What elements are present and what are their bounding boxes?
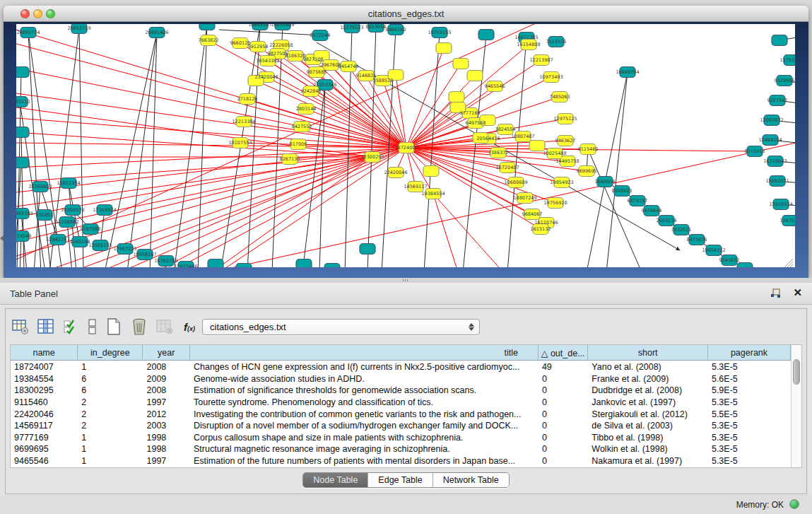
table-cell[interactable]: 0 <box>539 385 588 395</box>
create-table-icon[interactable] <box>103 316 124 337</box>
column-visibility-icon[interactable] <box>35 316 57 337</box>
table-settings-icon[interactable] <box>10 316 31 337</box>
table-cell[interactable]: 0 <box>539 409 588 419</box>
table-cell[interactable]: 1997 <box>143 397 190 407</box>
table-cell[interactable]: Yano et al. (2008) <box>588 362 708 372</box>
table-row[interactable]: 1938455462009Genome-wide association stu… <box>11 373 791 385</box>
hide-rows-icon[interactable] <box>86 316 99 337</box>
table-cell[interactable]: Genome-wide association studies in ADHD. <box>190 374 539 384</box>
table-cell[interactable]: 2 <box>78 397 143 407</box>
network-canvas[interactable]: 2405572420853719206914061065528716033809… <box>16 24 795 267</box>
table-cell[interactable]: 5.3E-5 <box>708 421 791 431</box>
table-cell[interactable]: 2009 <box>143 374 190 384</box>
table-cell[interactable]: 9465546 <box>11 456 78 466</box>
column-header-out_de[interactable]: △ out_de... <box>539 345 588 361</box>
table-cell[interactable]: 1997 <box>143 456 190 466</box>
table-cell[interactable]: 0 <box>539 374 588 384</box>
row-selection-icon[interactable] <box>61 316 82 337</box>
table-cell[interactable]: 0 <box>539 456 588 466</box>
table-row[interactable]: 1872400712008Changes of HCN gene express… <box>11 361 791 373</box>
table-cell[interactable]: 5.3E-5 <box>708 444 791 454</box>
table-cell[interactable]: 2 <box>78 421 143 431</box>
table-cell[interactable]: 5.6E-5 <box>708 374 791 384</box>
table-cell[interactable]: 2008 <box>143 362 190 372</box>
table-cell[interactable]: Stergiakouli et al. (2012) <box>588 409 708 419</box>
table-cell[interactable]: 9699695 <box>11 444 78 454</box>
table-cell[interactable]: Changes of HCN gene expression and I(f) … <box>190 362 539 372</box>
scrollbar-thumb[interactable] <box>793 359 800 385</box>
table-cell[interactable]: 1 <box>78 433 143 443</box>
collapse-panel-arrow-icon[interactable] <box>0 235 4 241</box>
table-cell[interactable]: Tibbo et al. (1998) <box>588 433 708 443</box>
table-cell[interactable]: 18724007 <box>11 362 78 372</box>
table-cell[interactable]: 1 <box>78 456 143 466</box>
function-builder-icon[interactable]: f(x) <box>184 321 195 333</box>
table-cell[interactable]: 0 <box>539 421 588 431</box>
table-row[interactable]: 946554611997Estimation of the future num… <box>11 455 791 467</box>
table-cell[interactable]: Corpus callosum shape and size in male p… <box>190 433 539 443</box>
table-row[interactable]: 969969511998Structural magnetic resonanc… <box>11 443 791 455</box>
window-titlebar[interactable]: citations_edges.txt <box>4 6 808 22</box>
table-cell[interactable]: Franke et al. (2009) <box>588 374 708 384</box>
table-cell[interactable]: 1 <box>78 362 143 372</box>
delete-table-icon[interactable] <box>129 316 150 337</box>
column-header-in_degree[interactable]: in_degree <box>78 345 143 361</box>
memory-status-indicator[interactable] <box>789 499 799 509</box>
table-row[interactable]: 2242004622012Investigating the contribut… <box>11 408 791 420</box>
table-cell[interactable]: de Silva et al. (2003) <box>588 421 708 431</box>
table-cell[interactable]: 49 <box>539 362 588 372</box>
table-cell[interactable]: 2003 <box>143 421 190 431</box>
table-cell[interactable]: Estimation of the future numbers of pati… <box>190 456 539 466</box>
combobox-stepper-icon[interactable] <box>466 323 479 331</box>
table-cell[interactable]: 1998 <box>143 444 190 454</box>
table-cell[interactable]: 5.3E-5 <box>708 397 791 407</box>
table-cell[interactable]: 9777169 <box>11 433 78 443</box>
table-cell[interactable]: Disruption of a novel member of a sodium… <box>190 421 539 431</box>
table-cell[interactable]: 18300295 <box>11 385 78 395</box>
table-cell[interactable]: 0 <box>539 397 588 407</box>
table-cell[interactable]: 5.3E-5 <box>708 456 791 466</box>
column-header-pagerank[interactable]: pagerank <box>708 345 791 361</box>
table-cell[interactable]: 2008 <box>143 385 190 395</box>
tab-node-table[interactable]: Node Table <box>303 473 368 487</box>
table-cell[interactable]: 5.5E-5 <box>708 409 791 419</box>
table-header-row[interactable]: namein_degreeyeartitle△ out_de...shortpa… <box>11 345 791 361</box>
table-cell[interactable]: 2 <box>78 409 143 419</box>
table-row[interactable]: 911546021997Tourette syndrome. Phenomeno… <box>11 397 791 409</box>
table-vertical-scrollbar[interactable] <box>791 345 801 467</box>
table-cell[interactable]: 0 <box>539 444 588 454</box>
table-cell[interactable]: Tourette syndrome. Phenomenology and cla… <box>190 397 539 407</box>
table-row[interactable]: 1456911722003Disruption of a novel membe… <box>11 420 791 432</box>
table-cell[interactable]: Investigating the contribution of common… <box>190 409 539 419</box>
table-row[interactable]: 1830029562008Estimation of significance … <box>11 385 791 397</box>
tab-edge-table[interactable]: Edge Table <box>368 473 433 487</box>
column-header-year[interactable]: year <box>143 345 189 361</box>
table-cell[interactable]: Structural magnetic resonance image aver… <box>190 444 539 454</box>
table-row[interactable]: 977716911998Corpus callosum shape and si… <box>11 432 791 444</box>
close-panel-icon[interactable]: ✕ <box>793 286 802 299</box>
float-panel-icon[interactable] <box>770 288 781 298</box>
table-cell[interactable]: 19384554 <box>11 374 78 384</box>
table-cell[interactable]: 22420046 <box>11 409 78 419</box>
table-cell[interactable]: 5.3E-5 <box>708 433 791 443</box>
table-cell[interactable]: 14569117 <box>11 421 78 431</box>
table-select-combobox[interactable]: citations_edges.txt <box>202 319 480 335</box>
table-cell[interactable]: 2012 <box>143 409 190 419</box>
divider-grip-icon[interactable] <box>403 279 409 281</box>
table-row[interactable]: 946362711997Embryonic stem cells: a mode… <box>11 467 791 468</box>
table-cell[interactable]: Jankovic et al. (1997) <box>588 397 708 407</box>
column-header-name[interactable]: name <box>11 345 78 361</box>
table-cell[interactable]: Wolkin et al. (1998) <box>588 444 708 454</box>
table-cell[interactable]: 9115460 <box>11 397 78 407</box>
table-cell[interactable]: 1 <box>78 444 143 454</box>
table-cell[interactable]: 5.3E-5 <box>708 362 791 372</box>
table-cell[interactable]: Dudbridge et al. (2008) <box>588 385 708 395</box>
tab-network-table[interactable]: Network Table <box>433 473 509 487</box>
table-cell[interactable]: 6 <box>78 374 143 384</box>
column-header-short[interactable]: short <box>588 345 708 361</box>
table-cell[interactable]: 6 <box>78 385 143 395</box>
table-cell[interactable]: Nakamura et al. (1997) <box>588 456 708 466</box>
panel-divider[interactable] <box>0 278 812 283</box>
column-header-title[interactable]: title <box>190 345 539 361</box>
table-cell[interactable]: 5.9E-5 <box>708 385 791 395</box>
